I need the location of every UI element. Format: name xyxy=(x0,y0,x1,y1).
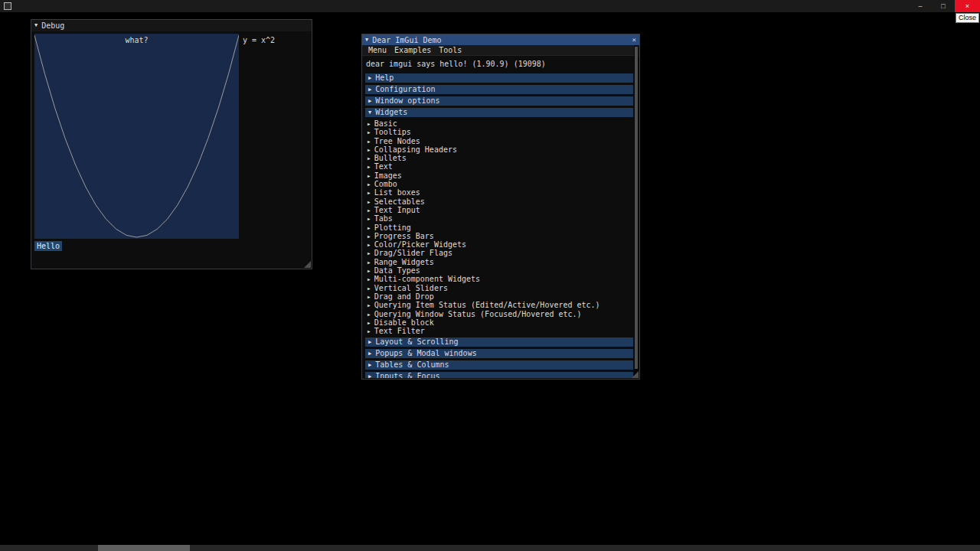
collapsing-header-label: Configuration xyxy=(375,85,435,94)
tree-node[interactable]: ▶Drag/Slider Flags xyxy=(368,249,633,257)
tree-node-label: Drag and Drop xyxy=(374,292,434,301)
collapsing-header[interactable]: ▶Inputs & Focus xyxy=(365,372,633,378)
chevron-right-icon: ▶ xyxy=(368,284,371,292)
collapsing-header[interactable]: ▶Configuration xyxy=(365,85,633,94)
tree-node-label: Tree Nodes xyxy=(374,137,420,145)
collapsing-header-label: Window options xyxy=(375,96,439,106)
tree-node[interactable]: ▶Multi-component Widgets xyxy=(368,275,633,283)
top-header-list: ▶Help▶Configuration▶Window options xyxy=(365,73,633,106)
widgets-tree-list: ▶Basic▶Tooltips▶Tree Nodes▶Collapsing He… xyxy=(368,119,633,335)
plot-canvas xyxy=(34,34,239,239)
chevron-right-icon: ▶ xyxy=(368,73,371,83)
resize-grip[interactable] xyxy=(304,261,311,268)
tree-node[interactable]: ▶Tabs xyxy=(368,214,633,223)
collapse-arrow-icon[interactable]: ▼ xyxy=(34,23,38,28)
tree-node[interactable]: ▶Text Filter xyxy=(368,327,633,335)
tree-node-label: Plotting xyxy=(374,223,411,232)
chevron-right-icon: ▶ xyxy=(368,349,371,358)
chevron-right-icon: ▶ xyxy=(368,128,371,136)
demo-titlebar[interactable]: ▼ Dear ImGui Demo × xyxy=(362,34,639,45)
tree-node[interactable]: ▶Disable block xyxy=(368,318,633,327)
tree-node-label: Data Types xyxy=(374,266,420,275)
menu-bar: MenuExamplesTools xyxy=(362,45,639,56)
debug-window: ▼ Debug what? y = x^2 Hello xyxy=(31,19,312,269)
tree-node[interactable]: ▶Drag and Drop xyxy=(368,292,633,301)
menu-item[interactable]: Tools xyxy=(435,45,466,55)
tree-node-label: Color/Picker Widgets xyxy=(374,240,466,249)
chevron-right-icon: ▶ xyxy=(368,310,371,318)
menu-item[interactable]: Menu xyxy=(364,45,390,55)
tree-node[interactable]: ▶Data Types xyxy=(368,266,633,275)
tree-node-label: List boxes xyxy=(374,188,420,197)
hello-button[interactable]: Hello xyxy=(34,241,62,251)
maximize-button[interactable]: □ xyxy=(932,0,955,12)
chevron-right-icon: ▶ xyxy=(368,258,371,266)
chevron-right-icon: ▶ xyxy=(368,232,371,240)
collapsing-header[interactable]: ▶Popups & Modal windows xyxy=(365,349,633,358)
plot-overlay-text: what? xyxy=(34,36,239,44)
tree-node[interactable]: ▶Color/Picker Widgets xyxy=(368,240,633,249)
greeting-text: dear imgui says hello! (1.90.9) (19098) xyxy=(366,60,633,68)
menu-item-label: Examples xyxy=(394,46,431,54)
plot-annotation: y = x^2 xyxy=(243,36,275,44)
chevron-right-icon: ▶ xyxy=(368,188,371,197)
tree-node-label: Tabs xyxy=(374,214,393,223)
bottom-header-list: ▶Layout & Scrolling▶Popups & Modal windo… xyxy=(365,337,633,378)
scrollbar-grab[interactable] xyxy=(635,47,638,369)
os-titlebar[interactable]: – □ × xyxy=(0,0,980,12)
collapsing-header-label: Tables & Columns xyxy=(375,360,449,370)
chevron-right-icon: ▶ xyxy=(368,197,371,206)
tree-node[interactable]: ▶Plotting xyxy=(368,223,633,232)
collapsing-header[interactable]: ▶Help xyxy=(365,73,633,83)
collapsing-header-widgets[interactable]: ▼ Widgets xyxy=(365,108,633,117)
tree-node[interactable]: ▶Progress Bars xyxy=(368,232,633,240)
tree-node[interactable]: ▶List boxes xyxy=(368,188,633,197)
plot-polyline xyxy=(34,35,239,237)
tree-node[interactable]: ▶Selectables xyxy=(368,197,633,206)
tree-node[interactable]: ▶Bullets xyxy=(368,154,633,162)
collapsing-header[interactable]: ▶Layout & Scrolling xyxy=(365,337,633,347)
tree-node[interactable]: ▶Basic xyxy=(368,119,633,128)
collapsing-header-label: Popups & Modal windows xyxy=(375,349,476,358)
app-icon xyxy=(4,2,11,10)
collapsing-header[interactable]: ▶Window options xyxy=(365,96,633,106)
plot-frame[interactable]: what? xyxy=(34,34,239,239)
chevron-right-icon: ▶ xyxy=(368,154,371,162)
menu-item[interactable]: Examples xyxy=(390,45,435,55)
tree-node[interactable]: ▶Vertical Sliders xyxy=(368,284,633,292)
tree-node[interactable]: ▶Images xyxy=(368,171,633,180)
chevron-right-icon: ▶ xyxy=(368,162,371,171)
chevron-right-icon: ▶ xyxy=(368,249,371,257)
menu-item-label: Menu xyxy=(368,46,387,54)
tree-node-label: Tooltips xyxy=(374,128,411,136)
debug-titlebar[interactable]: ▼ Debug xyxy=(31,20,312,31)
chevron-right-icon: ▶ xyxy=(368,96,371,106)
tree-node[interactable]: ▶Text xyxy=(368,162,633,171)
collapse-arrow-icon[interactable]: ▼ xyxy=(365,37,368,43)
tree-node-label: Range Widgets xyxy=(374,258,434,266)
tree-node-label: Querying Window Status (Focused/Hovered … xyxy=(374,310,582,318)
tree-node[interactable]: ▶Querying Window Status (Focused/Hovered… xyxy=(368,310,633,318)
collapsing-header[interactable]: ▶Tables & Columns xyxy=(365,360,633,370)
tree-node-label: Basic xyxy=(374,119,397,128)
minimize-button[interactable]: – xyxy=(909,0,932,12)
resize-grip[interactable] xyxy=(632,371,639,378)
window-close-icon[interactable]: × xyxy=(632,36,636,44)
vertical-scrollbar[interactable] xyxy=(634,45,639,378)
collapsing-header-label: Layout & Scrolling xyxy=(375,337,458,347)
tree-node[interactable]: ▶Combo xyxy=(368,180,633,188)
tree-node[interactable]: ▶Text Input xyxy=(368,206,633,214)
close-button[interactable]: × xyxy=(955,0,980,12)
chevron-right-icon: ▶ xyxy=(368,337,371,347)
tree-node[interactable]: ▶Range Widgets xyxy=(368,258,633,266)
caption-buttons: – □ × xyxy=(909,0,980,12)
tree-node[interactable]: ▶Querying Item Status (Edited/Active/Hov… xyxy=(368,301,633,309)
chevron-right-icon: ▶ xyxy=(368,180,371,188)
chevron-right-icon: ▶ xyxy=(368,266,371,275)
chevron-right-icon: ▶ xyxy=(368,275,371,283)
tree-node[interactable]: ▶Collapsing Headers xyxy=(368,145,633,154)
tree-node[interactable]: ▶Tooltips xyxy=(368,128,633,136)
taskbar-segment[interactable] xyxy=(98,545,190,551)
chevron-right-icon: ▶ xyxy=(368,372,371,378)
tree-node[interactable]: ▶Tree Nodes xyxy=(368,137,633,145)
